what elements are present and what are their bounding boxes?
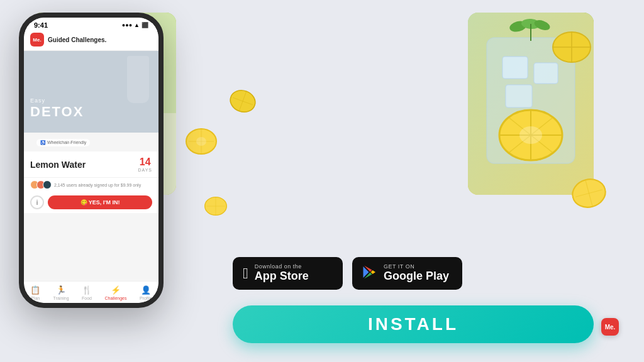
glass-icon [127, 56, 149, 103]
join-button[interactable]: 😋 YES, I'M IN! [48, 195, 152, 209]
nav-food[interactable]: 🍴 Food [82, 285, 92, 300]
me-watermark: Me. [601, 318, 619, 336]
nav-plan-icon: 📋 [30, 285, 40, 295]
cta-row: i 😋 YES, I'M IN! [24, 192, 158, 213]
bottom-nav: 📋 Plan 🏃 Training 🍴 Food ⚡ Challenges [24, 281, 158, 303]
status-bar: 9:41 ●●● ▲ ⬛ [24, 18, 158, 30]
nav-profile-icon: 👤 [141, 285, 151, 295]
nav-challenges-label: Challenges [104, 296, 126, 300]
photo-lemon-water-right [468, 13, 594, 195]
nav-profile-label: Profile [140, 296, 152, 300]
main-container: 9:41 ●●● ▲ ⬛ Me. Guided Challenges. [0, 0, 644, 362]
phone-mockup: 9:41 ●●● ▲ ⬛ Me. Guided Challenges. [19, 13, 170, 321]
users-text: 2,145 users already signed up for $9.99 … [54, 183, 141, 187]
apple-store-name: App Store [255, 270, 309, 283]
days-label: DAYS [138, 168, 152, 172]
guided-challenges-title: Guided Challenges. [48, 36, 106, 43]
info-button[interactable]: i [30, 195, 44, 209]
google-play-name: Google Play [384, 270, 449, 283]
google-play-icon [362, 265, 377, 283]
user-avatars [30, 180, 52, 189]
nav-plan[interactable]: 📋 Plan [30, 285, 40, 300]
apple-store-text: Download on the App Store [255, 263, 309, 283]
wheelchair-section: ♿ Wheelchair-Friendly [24, 133, 158, 151]
wheelchair-text: ♿ Wheelchair-Friendly [40, 140, 86, 145]
store-buttons-container:  Download on the App Store GET IT ON Go… [233, 257, 462, 290]
lemon-water-section: Lemon Water 14 DAYS [24, 151, 158, 177]
phone-screen: 9:41 ●●● ▲ ⬛ Me. Guided Challenges. [24, 18, 158, 303]
status-time: 9:41 [34, 21, 48, 29]
svg-point-43 [519, 126, 542, 144]
phone-body: 9:41 ●●● ▲ ⬛ Me. Guided Challenges. [19, 13, 164, 308]
nav-training[interactable]: 🏃 Training [53, 285, 69, 300]
apple-icon:  [243, 265, 248, 282]
install-button[interactable]: INSTALL [233, 305, 594, 343]
nav-food-label: Food [82, 296, 92, 300]
nav-training-icon: 🏃 [56, 285, 66, 295]
nav-profile[interactable]: 👤 Profile [140, 285, 152, 300]
nav-plan-label: Plan [31, 296, 40, 300]
phone-app-header: Me. Guided Challenges. [24, 30, 158, 51]
nav-challenges-icon: ⚡ [111, 285, 121, 295]
lemon-deco-1 [186, 126, 217, 157]
nav-food-icon: 🍴 [82, 285, 92, 295]
challenge-text-group: Easy DETOX [30, 97, 84, 120]
days-number: 14 [138, 156, 152, 168]
google-play-button[interactable]: GET IT ON Google Play [352, 257, 462, 290]
svg-rect-37 [506, 85, 532, 107]
easy-label: Easy [30, 97, 84, 104]
status-icons: ●●● ▲ ⬛ [122, 22, 148, 28]
apple-store-button[interactable]:  Download on the App Store [233, 257, 343, 290]
nav-training-label: Training [53, 296, 69, 300]
google-play-text: GET IT ON Google Play [384, 263, 449, 283]
lemon-deco-2 [204, 195, 227, 217]
watermark-text: Me. [605, 324, 616, 331]
wheelchair-badge: ♿ Wheelchair-Friendly [36, 139, 90, 146]
svg-rect-35 [502, 57, 528, 79]
install-label: INSTALL [368, 314, 458, 334]
lemon-water-title: Lemon Water [30, 160, 86, 170]
photo-svg-right [468, 13, 594, 195]
me-logo-phone: Me. [30, 33, 44, 47]
lemon-deco-3 [226, 84, 260, 118]
challenge-card: Easy DETOX [24, 51, 158, 133]
svg-point-3 [196, 137, 206, 146]
users-row: 2,145 users already signed up for $9.99 … [24, 177, 158, 192]
nav-challenges[interactable]: ⚡ Challenges [104, 285, 126, 300]
days-badge: 14 DAYS [138, 156, 152, 172]
google-play-subtitle: GET IT ON [384, 263, 449, 270]
svg-rect-36 [534, 63, 558, 84]
avatar-3 [43, 180, 52, 189]
detox-label: DETOX [30, 104, 84, 120]
apple-store-subtitle: Download on the [255, 263, 309, 270]
